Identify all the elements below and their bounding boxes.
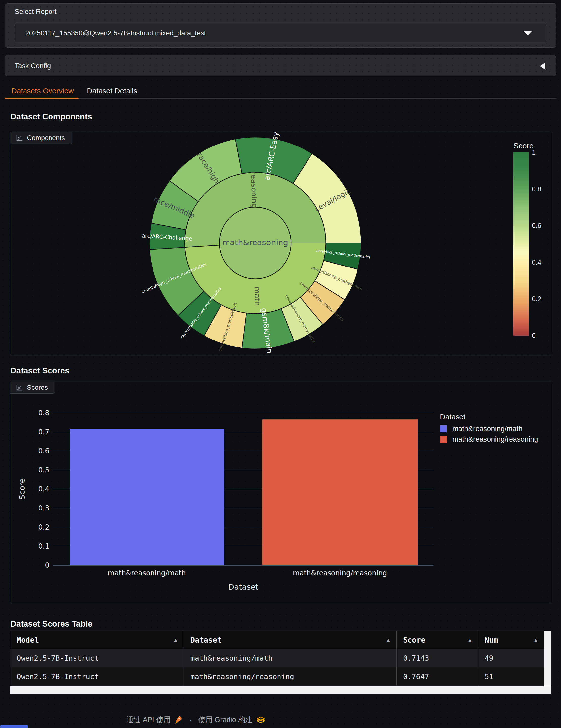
tab-bar: Datasets Overview Dataset Details — [5, 83, 556, 99]
table-header-label: Num — [485, 636, 498, 644]
footer-built-link[interactable]: 使用 Gradio 构建 — [198, 715, 252, 725]
colorbar-title: Score — [513, 142, 534, 150]
table-header-model[interactable]: Model▲ — [10, 631, 184, 649]
active-tab-underline — [5, 98, 79, 99]
table-cell: Qwen2.5-7B-Instruct — [10, 649, 184, 667]
table-cell: Qwen2.5-7B-Instruct — [10, 667, 184, 686]
bar[interactable] — [262, 419, 418, 565]
rocket-icon — [174, 716, 183, 724]
scores-chip-label: Scores — [27, 384, 48, 391]
legend-entry[interactable]: math&reasoning/reasoning — [440, 435, 538, 443]
colorbar-tick-label: 0.2 — [532, 295, 541, 303]
y-tick-label: 0.7 — [38, 428, 49, 436]
legend-title: Dataset — [440, 413, 538, 421]
footer: 通过 API 使用 · 使用 Gradio 构建 — [0, 714, 392, 726]
sort-ascending-icon[interactable]: ▲ — [468, 637, 472, 643]
dataset-scores-title: Dataset Scores — [10, 366, 69, 375]
table-cell: 49 — [478, 649, 544, 667]
sunburst-center-label: math&reasoning — [222, 238, 288, 247]
report-dropdown[interactable]: 20250117_155350@Qwen2.5-7B-Instruct:mixe… — [15, 23, 546, 42]
table-header-dataset[interactable]: Dataset▲ — [184, 631, 397, 649]
table-header-label: Score — [403, 636, 425, 644]
chevron-left-icon — [540, 62, 545, 70]
colorbar-tick-label: 0.6 — [532, 222, 541, 230]
table-header-label: Dataset — [190, 636, 221, 644]
dataset-scores-table-title: Dataset Scores Table — [10, 619, 92, 629]
footer-api-link[interactable]: 通过 API 使用 — [126, 715, 170, 725]
y-tick-label: 0.1 — [38, 542, 49, 550]
colorbar-tick-label: 0.8 — [532, 185, 541, 193]
x-axis-title: Dataset — [228, 582, 258, 591]
y-tick-label: 0 — [45, 561, 49, 569]
legend-label: math&reasoning/math — [452, 425, 523, 433]
scatter-chart-icon — [16, 134, 23, 142]
colorbar-tick-label: 1 — [532, 148, 536, 156]
legend-label: math&reasoning/reasoning — [452, 435, 538, 443]
sort-ascending-icon[interactable]: ▲ — [534, 637, 537, 643]
dataset-components-title: Dataset Components — [10, 112, 92, 121]
tab-dataset-details[interactable]: Dataset Details — [87, 83, 137, 98]
chevron-down-icon — [524, 31, 532, 35]
y-tick-label: 0.6 — [38, 447, 49, 455]
table-cell: 0.7143 — [397, 649, 478, 667]
score-colorbar — [513, 152, 529, 336]
table-cell: math&reasoning/reasoning — [184, 667, 397, 686]
table-cell: 51 — [478, 667, 544, 686]
y-axis-title: Score — [17, 478, 26, 500]
legend-entry[interactable]: math&reasoning/math — [440, 425, 538, 433]
x-tick-label: math&reasoning/reasoning — [293, 569, 387, 577]
scores-plot-panel: Scores 00.10.20.30.40.50.60.70.8math&rea… — [10, 382, 551, 603]
legend-swatch — [440, 436, 447, 443]
report-dropdown-value: 20250117_155350@Qwen2.5-7B-Instruct:mixe… — [25, 29, 206, 37]
sort-ascending-icon[interactable]: ▲ — [387, 637, 390, 643]
bar[interactable] — [70, 429, 224, 565]
components-plot-panel: Components math&reasoningreasoningmathce… — [10, 132, 551, 355]
x-tick-label: math&reasoning/math — [108, 569, 186, 577]
y-tick-label: 0.5 — [38, 466, 49, 474]
footer-separator: · — [189, 716, 192, 724]
colorbar-tick-label: 0.4 — [532, 258, 541, 266]
sunburst-label: math — [253, 286, 262, 306]
table-header-num[interactable]: Num▲ — [478, 631, 544, 649]
tab-datasets-overview[interactable]: Datasets Overview — [11, 83, 74, 98]
task-config-accordion[interactable]: Task Config — [5, 55, 556, 76]
scores-chip[interactable]: Scores — [10, 382, 55, 394]
table-vertical-scrollbar[interactable] — [544, 631, 551, 686]
table-horizontal-scrollbar[interactable] — [10, 686, 551, 694]
scatter-chart-icon — [16, 384, 23, 391]
page: Select Report 20250117_155350@Qwen2.5-7B… — [0, 0, 561, 728]
table-cell: math&reasoning/math — [184, 649, 397, 667]
sunburst-label: reasoning — [249, 171, 259, 208]
legend-swatch — [440, 425, 447, 432]
components-chip-label: Components — [27, 134, 65, 142]
sort-ascending-icon[interactable]: ▲ — [174, 637, 177, 643]
y-tick-label: 0.4 — [38, 485, 49, 493]
task-config-label: Task Config — [15, 62, 51, 70]
y-tick-label: 0.2 — [38, 523, 49, 531]
table-header-score[interactable]: Score▲ — [397, 631, 478, 649]
dataset-scores-table: Model▲Dataset▲Score▲Num▲Qwen2.5-7B-Instr… — [10, 631, 551, 694]
components-chip[interactable]: Components — [10, 132, 72, 144]
table-cell: 0.7647 — [397, 667, 478, 686]
select-report-panel: Select Report 20250117_155350@Qwen2.5-7B… — [5, 3, 556, 48]
y-tick-label: 0.3 — [38, 504, 49, 512]
gradio-logo-icon — [256, 715, 265, 724]
table-header-label: Model — [17, 636, 39, 644]
colorbar-tick-label: 0 — [532, 332, 536, 340]
y-tick-label: 0.8 — [38, 409, 49, 417]
sunburst-chart: math&reasoningreasoningmathceval/logicce… — [10, 132, 551, 355]
page-horizontal-scrollbar-thumb[interactable] — [0, 725, 28, 728]
bar-legend: Dataset math&reasoning/mathmath&reasonin… — [440, 413, 538, 446]
select-report-label: Select Report — [15, 8, 57, 16]
